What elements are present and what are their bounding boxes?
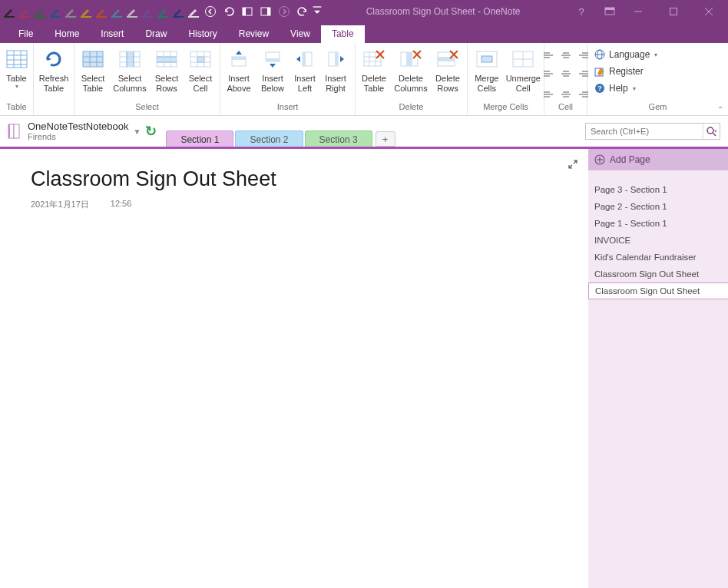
tab-view[interactable]: View [280, 25, 321, 43]
delete-columns-button[interactable]: DeleteColumns [391, 45, 431, 101]
delete-rows-button[interactable]: DeleteRows [431, 45, 465, 101]
insert-below-button[interactable]: InsertBelow [256, 45, 290, 101]
page-list-item[interactable]: Classroom Sign Out Sheet [588, 282, 728, 299]
pen-swatch[interactable] [170, 3, 186, 20]
pen-swatch[interactable] [32, 3, 48, 20]
svg-rect-6 [96, 16, 107, 18]
pen-swatch[interactable] [140, 3, 155, 20]
tab-file[interactable]: File [8, 25, 44, 43]
dock-right-icon[interactable] [256, 2, 275, 21]
svg-rect-58 [266, 58, 280, 61]
select-table-button[interactable]: SelectTable [76, 45, 110, 101]
pen-swatch[interactable] [2, 3, 17, 20]
align-mid-left-button[interactable] [540, 65, 557, 82]
select-rows-button[interactable]: SelectRows [150, 45, 184, 101]
svg-rect-0 [4, 16, 15, 18]
pen-swatch[interactable] [155, 3, 170, 20]
tab-review[interactable]: Review [228, 25, 280, 43]
notebook-icon[interactable] [5, 121, 25, 141]
page-list-item[interactable]: Page 2 - Section 1 [588, 198, 728, 215]
search-box[interactable]: ▾ [585, 123, 720, 140]
page-list-item[interactable]: Kid's Calendar Fundraiser [588, 249, 728, 266]
group-label: Table [0, 102, 33, 115]
pen-swatch[interactable] [94, 3, 109, 20]
insert-right-icon [323, 47, 348, 71]
pen-swatch[interactable] [17, 3, 32, 20]
tab-insert[interactable]: Insert [90, 25, 134, 43]
svg-rect-50 [197, 57, 204, 62]
tab-history[interactable]: History [177, 25, 227, 43]
back-button[interactable] [201, 2, 220, 21]
refresh-table-button[interactable]: Refresh Table [35, 45, 72, 101]
help-button[interactable]: ? Help▾ [591, 80, 660, 97]
align-top-left-button[interactable] [540, 48, 557, 64]
page-list-item[interactable]: Page 3 - Section 1 [588, 181, 728, 198]
merge-cells-button[interactable]: MergeCells [469, 45, 505, 101]
dock-left-icon[interactable] [238, 2, 256, 21]
insert-left-button[interactable]: InsertLeft [290, 45, 320, 101]
svg-rect-26 [7, 51, 27, 68]
register-button[interactable]: Register [591, 63, 660, 80]
search-icon[interactable]: ▾ [703, 124, 720, 139]
svg-rect-2 [35, 16, 45, 18]
table-button[interactable]: Table ▾ [2, 45, 31, 101]
group-label: Gem [587, 102, 728, 115]
svg-rect-60 [303, 52, 306, 66]
align-top-center-button[interactable] [558, 48, 574, 64]
language-button[interactable]: Language▾ [591, 46, 660, 63]
expand-icon[interactable] [568, 160, 577, 169]
undo-button[interactable] [220, 2, 238, 21]
notebook-name[interactable]: OneNoteTestNotebook Firends [28, 121, 129, 141]
collapse-ribbon-icon[interactable]: ⌃ [717, 105, 723, 114]
section-tab-1[interactable]: Section 1 [166, 130, 233, 147]
pen-swatch[interactable] [78, 3, 94, 20]
align-mid-center-button[interactable] [558, 65, 574, 82]
notebook-dropdown-icon[interactable]: ▼ [134, 127, 141, 136]
tab-table[interactable]: Table [321, 25, 365, 43]
minimize-button[interactable] [620, 0, 656, 23]
pen-swatch[interactable] [109, 3, 124, 20]
align-bot-center-button[interactable] [558, 85, 574, 102]
delete-table-button[interactable]: DeleteTable [357, 45, 391, 101]
section-tab-3[interactable]: Section 3 [305, 130, 372, 147]
svg-rect-4 [65, 16, 76, 18]
pen-swatch[interactable] [186, 3, 201, 20]
section-tabs: Section 1 Section 2 Section 3 + [166, 116, 395, 147]
unmerge-icon [511, 47, 535, 71]
close-button[interactable] [691, 0, 726, 23]
pen-swatch[interactable] [48, 3, 63, 20]
select-cell-button[interactable]: SelectCell [184, 45, 217, 101]
page-list-item[interactable]: INVOICE [588, 232, 728, 249]
unmerge-cell-button[interactable]: UnmergeCell [505, 45, 542, 101]
pen-swatch[interactable] [124, 3, 140, 20]
svg-rect-62 [335, 52, 338, 66]
group-label: Insert [220, 102, 355, 115]
svg-text:?: ? [597, 84, 602, 92]
maximize-button[interactable] [656, 0, 691, 23]
page-timestamp: 2021年1月17日12:56 [31, 199, 588, 210]
section-tab-2[interactable]: Section 2 [235, 130, 303, 147]
svg-rect-71 [438, 57, 455, 61]
add-page-button[interactable]: Add Page [588, 149, 728, 170]
tab-home[interactable]: Home [44, 25, 90, 43]
redo-button[interactable] [293, 2, 312, 21]
pen-swatch[interactable] [63, 3, 78, 20]
page-canvas[interactable]: Classroom Sign Out Sheet 2021年1月17日12:56 [0, 147, 588, 588]
svg-rect-17 [267, 8, 270, 15]
page-list: Page 3 - Section 1Page 2 - Section 1Page… [588, 170, 728, 299]
search-input[interactable] [586, 127, 703, 136]
select-columns-button[interactable]: SelectColumns [110, 45, 150, 101]
qat-customize-icon[interactable] [312, 2, 323, 21]
page-title[interactable]: Classroom Sign Out Sheet [31, 167, 588, 191]
page-list-item[interactable]: Page 1 - Section 1 [588, 215, 728, 232]
help-button[interactable]: ? [564, 0, 599, 23]
add-section-button[interactable]: + [376, 131, 395, 147]
insert-above-button[interactable]: InsertAbove [222, 45, 256, 101]
align-bot-left-button[interactable] [540, 85, 557, 102]
tab-draw[interactable]: Draw [134, 25, 177, 43]
page-list-item[interactable]: Classroom Sign Out Sheet [588, 266, 728, 282]
svg-rect-1 [19, 16, 30, 18]
ribbon-display-options-icon[interactable] [599, 0, 620, 23]
sync-icon[interactable]: ↻ [145, 123, 157, 140]
insert-right-button[interactable]: InsertRight [320, 45, 351, 101]
